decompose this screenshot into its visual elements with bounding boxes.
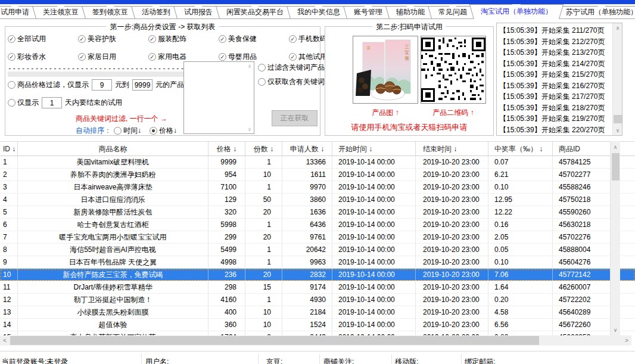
scroll-down-icon[interactable]: ∨: [613, 126, 622, 135]
scroll-right-icon[interactable]: >: [622, 335, 631, 346]
col-header-rate[interactable]: 中奖率（‰） ↓: [488, 142, 553, 155]
sort-option-label: 价格↓: [159, 126, 177, 136]
keyword-scrollbar[interactable]: ∧ ∨: [245, 62, 254, 133]
table-row[interactable]: 4 日本进口痘痘消消乐 129 50 3860 2019-10-14 00:00…: [0, 194, 635, 206]
table-row[interactable]: 13 小绿膜去黑头粉刺面膜 400 10 2184 2019-10-14 00:…: [0, 306, 635, 319]
scroll-up-icon[interactable]: ∧: [611, 142, 620, 152]
tab-item[interactable]: 闲置奖品交易平台: [217, 6, 292, 18]
checked-circle-icon: [8, 53, 15, 61]
cell-name: 日本百年书包品牌 天使之翼: [18, 256, 208, 268]
table-row[interactable]: 7 暖手宝充电宝两用小型暖宝宝试用 299 20 9761 2019-10-14…: [0, 231, 635, 244]
price-suffix-label: 元的产品: [155, 80, 184, 90]
cell-rate: 12.22: [488, 206, 553, 218]
category-label: 母婴用品: [228, 52, 257, 62]
category-checkbox[interactable]: 美食保健: [219, 34, 289, 44]
sort-option-radio[interactable]: 价格↓: [150, 126, 177, 136]
cell-applicants: 1524: [282, 319, 332, 331]
cell-qty: 1: [245, 219, 282, 231]
cell-qty: 2: [245, 331, 282, 335]
tab-item[interactable]: 试用报告: [175, 6, 222, 18]
fetching-button[interactable]: 正在获取: [272, 110, 318, 126]
tab-item[interactable]: 辅助功能: [387, 6, 434, 18]
scroll-down-icon[interactable]: ∨: [248, 126, 252, 132]
category-checkbox[interactable]: 彩妆香水: [8, 52, 78, 62]
cell-applicants: 9963: [282, 256, 332, 268]
log-entry: 【15:05:39】开始采集 217/270页: [499, 91, 611, 102]
col-header-qty[interactable]: 份数 ↓: [245, 142, 282, 155]
table-row[interactable]: 14 超值体验 360 10 1524 2019-10-14 00:00 201…: [0, 319, 635, 331]
log-scrollbar-thumb[interactable]: [614, 115, 622, 123]
cell-price: 7100: [208, 181, 245, 193]
table-vertical-scrollbar[interactable]: ∧ ∨: [610, 141, 620, 335]
col-header-applicants[interactable]: 申请人数 ↓: [282, 142, 332, 155]
log-scrollbar[interactable]: ∧ ∨: [612, 23, 622, 135]
table-row[interactable]: 5 新房装修除甲醛活性炭包 320 20 1636 2019-10-14 00:…: [0, 206, 635, 219]
days-filter-label: 仅显示: [17, 98, 39, 108]
cell-pid: 45640289: [553, 306, 610, 318]
days-filter-radio[interactable]: [8, 99, 15, 107]
price-max-input[interactable]: [132, 79, 152, 91]
scroll-up-icon[interactable]: ∧: [613, 23, 622, 33]
tab-item[interactable]: 苏宁试用（单独功能）: [557, 6, 635, 18]
tab-item[interactable]: 签到领京豆: [83, 6, 137, 18]
tab-label: 试用报告: [184, 8, 213, 16]
category-checkbox[interactable]: 家居日用: [78, 52, 148, 62]
category-checkbox[interactable]: 母婴用品: [219, 52, 289, 62]
cell-name: 勒丁卫浴挺起中国制造！: [18, 294, 208, 306]
col-header-name[interactable]: 商品名称: [18, 142, 208, 155]
tab-item[interactable]: 活动签到: [133, 6, 179, 18]
filter-keyword-radio[interactable]: 过滤含关键词产品: [258, 63, 325, 73]
sort-option-radio[interactable]: 时间↓: [114, 126, 141, 136]
only-keyword-radio[interactable]: 仅获取含有关键词: [258, 77, 325, 87]
tab-item[interactable]: 我的中奖信息: [288, 6, 349, 18]
price-filter-radio[interactable]: [8, 81, 15, 89]
scroll-up-icon[interactable]: ∧: [248, 63, 252, 69]
table-horizontal-scrollbar[interactable]: < >: [0, 335, 631, 346]
scroll-down-icon[interactable]: ∨: [611, 325, 620, 335]
cell-id: 4: [0, 194, 18, 206]
col-header-start[interactable]: 开始时间 ↓: [332, 142, 416, 155]
col-header-id[interactable]: ID ↓: [0, 142, 18, 155]
cell-rate: 0.10: [488, 181, 553, 193]
cell-start: 2019-10-14 00:00: [332, 306, 416, 318]
table-row[interactable]: 12 勒丁卫浴挺起中国制造！ 4160 1 4930 2019-10-14 00…: [0, 294, 635, 306]
category-checkbox[interactable]: 美容护肤: [78, 34, 148, 44]
category-checkbox[interactable]: 家用电器: [148, 52, 219, 62]
keyword-filter-hint: 商品关键词过滤, 一行一个 →: [76, 114, 167, 124]
cell-start: 2019-10-14 00:00: [332, 231, 416, 243]
log-entry: 【15:05:39】开始采集 216/270页: [499, 80, 611, 92]
tab-item[interactable]: 常见问题: [429, 6, 476, 18]
tab-label: 常见问题: [438, 8, 467, 16]
cell-rate: 1.64: [488, 281, 553, 293]
tab-item[interactable]: 淘宝试用（单独功能）: [472, 4, 561, 18]
cell-rate: 0.05: [488, 244, 553, 256]
price-min-input[interactable]: [92, 79, 112, 91]
cell-price: 5998: [208, 219, 245, 231]
table-row[interactable]: 8 海信55吋超音画AI声控电视 5499 1 20642 2019-10-14…: [0, 244, 635, 256]
col-header-pid[interactable]: 商品ID: [553, 142, 610, 155]
table-row[interactable]: 11 DrJart/蒂佳婷积雪草精华 298 15 9174 2019-10-1…: [0, 281, 635, 294]
table-row[interactable]: 10 新会特产陈皮三宝茶，免费试喝 236 20 2832 2019-10-14…: [0, 269, 635, 281]
tab-item[interactable]: 关注领京豆: [34, 6, 88, 18]
col-header-end[interactable]: 结束时间 ↓: [416, 142, 488, 155]
table-row[interactable]: 1 美国vitamix破壁料理机 9999 1 13366 2019-10-14…: [0, 156, 635, 169]
cell-applicants: 9174: [282, 281, 332, 293]
table-row[interactable]: 15 高山乌龙茶新西兰国宝礼茶 1764 2 2449 2019-10-14 0…: [0, 331, 635, 335]
table-row[interactable]: 9 日本百年书包品牌 天使之翼 4998 1 9963 2019-10-14 0…: [0, 256, 635, 269]
cell-id: 2: [0, 169, 18, 181]
keyword-textarea[interactable]: ∧ ∨: [183, 61, 254, 134]
checked-circle-icon: [148, 53, 156, 61]
sort-options: 时间↓ 价格↓: [114, 126, 185, 136]
scroll-left-icon[interactable]: <: [0, 335, 10, 346]
table-hscroll-thumb[interactable]: [10, 336, 539, 345]
col-header-price[interactable]: 价格 ↓: [208, 142, 245, 155]
table-row[interactable]: 2 养胎不养肉的澳洲孕妇奶粉 954 10 1611 2019-10-14 00…: [0, 169, 635, 181]
category-checkbox[interactable]: 全部试用: [8, 34, 78, 44]
table-row[interactable]: 6 哈士奇创意复古红酒柜 5998 1 6436 2019-10-14 00:0…: [0, 219, 635, 231]
log-listbox[interactable]: 【15:05:39】开始采集 211/270页 【15:05:39】开始采集 2…: [496, 23, 622, 136]
tab-item[interactable]: 账号管理: [345, 6, 391, 18]
category-checkbox[interactable]: 服装配饰: [148, 34, 219, 44]
days-input[interactable]: [42, 97, 62, 108]
table-vscroll-thumb[interactable]: [612, 153, 620, 181]
table-row[interactable]: 3 日本airweave高弹薄床垫 7100 1 9970 2019-10-14…: [0, 181, 635, 194]
